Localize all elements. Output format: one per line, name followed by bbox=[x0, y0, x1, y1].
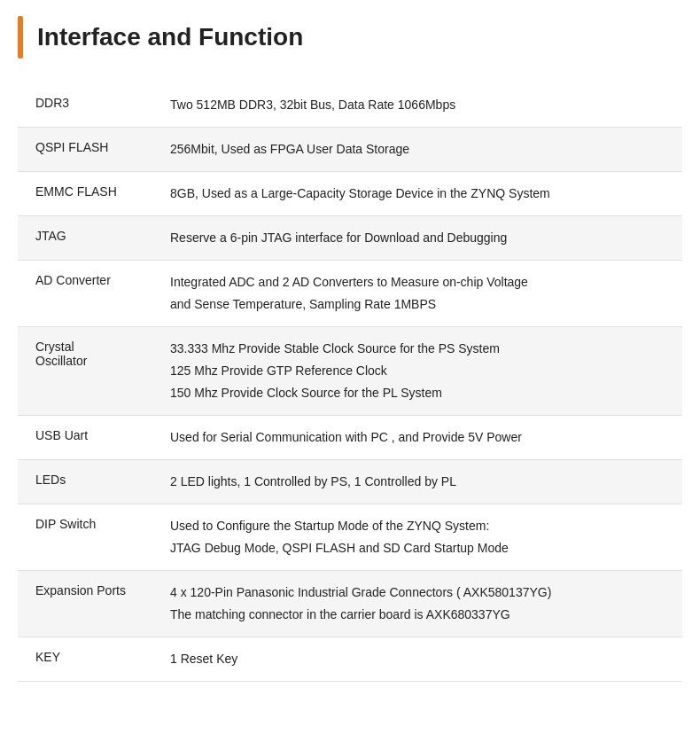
row-value: Reserve a 6-pin JTAG interface for Downl… bbox=[159, 216, 682, 261]
page-container: Interface and Function DDR3Two 512MB DDR… bbox=[0, 0, 700, 691]
value-line: 8GB, Used as a Large-Capacity Storage De… bbox=[170, 184, 672, 203]
table-row: DDR3Two 512MB DDR3, 32bit Bus, Data Rate… bbox=[18, 83, 682, 128]
table-row: LEDs2 LED lights, 1 Controlled by PS, 1 … bbox=[18, 460, 682, 504]
value-line: The matching connector in the carrier bo… bbox=[170, 605, 672, 624]
value-line: 125 Mhz Provide GTP Reference Clock bbox=[170, 362, 672, 380]
row-value: 4 x 120-Pin Panasonic Industrial Grade C… bbox=[159, 571, 682, 637]
row-value: Used for Serial Communication with PC , … bbox=[159, 416, 682, 460]
value-line: 4 x 120-Pin Panasonic Industrial Grade C… bbox=[170, 583, 672, 602]
value-line: and Sense Temperature, Sampling Rate 1MB… bbox=[170, 295, 672, 314]
header-section: Interface and Function bbox=[18, 9, 682, 66]
value-line: Used for Serial Communication with PC , … bbox=[170, 428, 672, 447]
value-line: 2 LED lights, 1 Controlled by PS, 1 Cont… bbox=[170, 473, 672, 491]
value-line: Reserve a 6-pin JTAG interface for Downl… bbox=[170, 229, 672, 247]
value-line: JTAG Debug Mode, QSPI FLASH and SD Card … bbox=[170, 539, 672, 558]
table-row: DIP SwitchUsed to Configure the Startup … bbox=[18, 504, 682, 571]
table-row: AD ConverterIntegrated ADC and 2 AD Conv… bbox=[18, 261, 682, 327]
table-row: Crystal Oscillator33.333 Mhz Provide Sta… bbox=[18, 327, 682, 416]
row-value: 1 Reset Key bbox=[159, 637, 682, 682]
table-row: QSPI FLASH256Mbit, Used as FPGA User Dat… bbox=[18, 128, 682, 172]
row-value: Used to Configure the Startup Mode of th… bbox=[159, 504, 682, 571]
accent-bar bbox=[18, 16, 23, 59]
row-value: 2 LED lights, 1 Controlled by PS, 1 Cont… bbox=[159, 460, 682, 504]
row-label: JTAG bbox=[18, 216, 159, 261]
row-value: 33.333 Mhz Provide Stable Clock Source f… bbox=[159, 327, 682, 416]
table-row: KEY1 Reset Key bbox=[18, 637, 682, 682]
row-value: Integrated ADC and 2 AD Converters to Me… bbox=[159, 261, 682, 327]
row-label: DDR3 bbox=[18, 83, 159, 128]
interface-table: DDR3Two 512MB DDR3, 32bit Bus, Data Rate… bbox=[18, 83, 682, 682]
row-value: 256Mbit, Used as FPGA User Data Storage bbox=[159, 128, 682, 172]
row-label: DIP Switch bbox=[18, 504, 159, 571]
table-row: USB UartUsed for Serial Communication wi… bbox=[18, 416, 682, 460]
value-line: Used to Configure the Startup Mode of th… bbox=[170, 517, 672, 535]
table-row: EMMC FLASH8GB, Used as a Large-Capacity … bbox=[18, 172, 682, 216]
row-label: Expansion Ports bbox=[18, 571, 159, 637]
table-row: Expansion Ports4 x 120-Pin Panasonic Ind… bbox=[18, 571, 682, 637]
row-value: Two 512MB DDR3, 32bit Bus, Data Rate 106… bbox=[159, 83, 682, 128]
page-title: Interface and Function bbox=[37, 16, 303, 59]
row-label: AD Converter bbox=[18, 261, 159, 327]
row-label: EMMC FLASH bbox=[18, 172, 159, 216]
row-label: LEDs bbox=[18, 460, 159, 504]
row-label: Crystal Oscillator bbox=[18, 327, 159, 416]
value-line: 150 Mhz Provide Clock Source for the PL … bbox=[170, 384, 672, 402]
row-label: KEY bbox=[18, 637, 159, 682]
value-line: 256Mbit, Used as FPGA User Data Storage bbox=[170, 140, 672, 159]
value-line: 33.333 Mhz Provide Stable Clock Source f… bbox=[170, 340, 672, 358]
value-line: Two 512MB DDR3, 32bit Bus, Data Rate 106… bbox=[170, 96, 672, 114]
row-label: QSPI FLASH bbox=[18, 128, 159, 172]
value-line: Integrated ADC and 2 AD Converters to Me… bbox=[170, 273, 672, 292]
row-label: USB Uart bbox=[18, 416, 159, 460]
row-value: 8GB, Used as a Large-Capacity Storage De… bbox=[159, 172, 682, 216]
table-row: JTAGReserve a 6-pin JTAG interface for D… bbox=[18, 216, 682, 261]
value-line: 1 Reset Key bbox=[170, 650, 672, 668]
